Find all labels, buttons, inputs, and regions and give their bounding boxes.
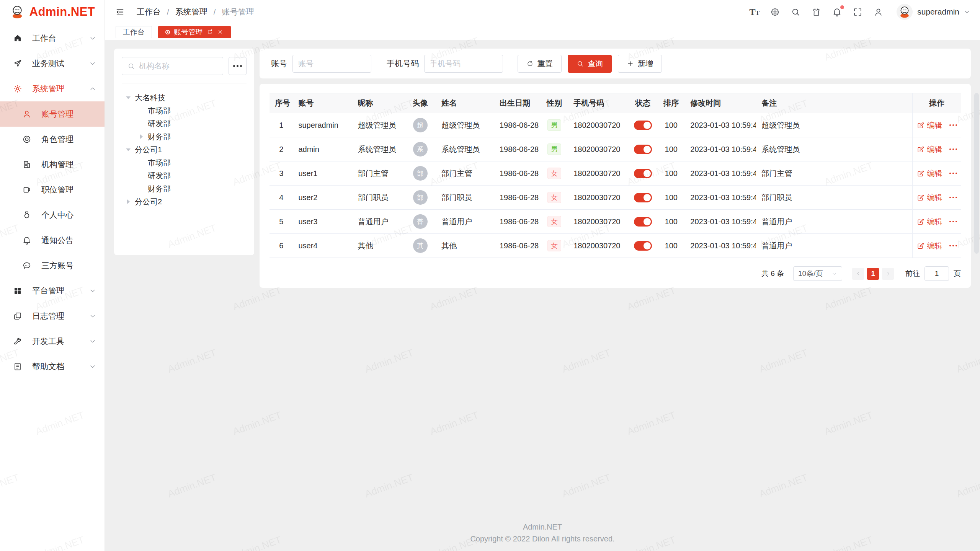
edit-button[interactable]: 编辑: [917, 144, 942, 155]
close-icon[interactable]: [217, 29, 224, 35]
edit-button[interactable]: 编辑: [917, 241, 942, 251]
tree-node[interactable]: 研发部: [122, 169, 247, 182]
reset-button[interactable]: 重置: [518, 55, 562, 73]
cell-sort: 100: [657, 137, 685, 161]
row-avatar: 超: [413, 118, 428, 132]
tree-node-label: 财务部: [148, 132, 171, 142]
sidebar-item-personal-center[interactable]: 个人中心: [0, 202, 105, 228]
sidebar-item-role-mgmt[interactable]: 角色管理: [0, 127, 105, 152]
sidebar-item-org-mgmt[interactable]: 机构管理: [0, 152, 105, 177]
tree-node[interactable]: 分公司2: [122, 195, 247, 208]
search-button[interactable]: 查询: [568, 55, 612, 73]
cell-index: 4: [270, 186, 293, 210]
cell-phone: 18020030720: [568, 234, 628, 258]
edit-button-label: 编辑: [927, 120, 942, 130]
tree-node[interactable]: 市场部: [122, 104, 247, 117]
sidebar-item-log-mgmt[interactable]: 日志管理: [0, 303, 105, 329]
cell-account: user2: [293, 186, 352, 210]
org-search-input[interactable]: [139, 62, 217, 70]
caret-spacer: [139, 121, 144, 126]
tree-node[interactable]: 财务部: [122, 130, 247, 143]
user-menu[interactable]: superadmin: [897, 4, 970, 20]
cell-avatar: 其: [404, 234, 436, 258]
edit-button[interactable]: 编辑: [917, 168, 942, 179]
cell-nickname: 超级管理员: [353, 113, 404, 137]
tab-account-mgmt[interactable]: 账号管理: [158, 26, 231, 38]
edit-button[interactable]: 编辑: [917, 217, 942, 227]
caret-down-icon[interactable]: [126, 147, 131, 152]
menu-collapse-icon[interactable]: [115, 7, 125, 17]
language-icon[interactable]: [770, 7, 780, 17]
org-search-input-wrap: [122, 57, 223, 75]
tree-node[interactable]: 研发部: [122, 117, 247, 130]
cell-modified: 2023-01-03 10:59:44: [685, 186, 756, 210]
fullscreen-icon[interactable]: [853, 7, 862, 17]
sidebar-item-workbench[interactable]: 工作台: [0, 26, 105, 51]
caret-right-icon[interactable]: [126, 199, 131, 204]
caret-right-icon[interactable]: [139, 134, 144, 139]
edit-icon: [917, 218, 924, 225]
prev-page-button[interactable]: [852, 268, 864, 280]
edit-button[interactable]: 编辑: [917, 120, 942, 130]
query-panel: 账号 手机号码 重置 查询 新增: [260, 49, 971, 78]
more-actions-icon[interactable]: [949, 124, 957, 126]
breadcrumb-item[interactable]: 账号管理: [222, 7, 254, 17]
tree-more-button[interactable]: [229, 57, 247, 75]
edit-button[interactable]: 编辑: [917, 192, 942, 203]
font-size-icon[interactable]: TT: [750, 7, 759, 17]
search-icon[interactable]: [791, 7, 800, 17]
status-toggle[interactable]: [634, 193, 652, 202]
sidebar-item-help-docs[interactable]: 帮助文档: [0, 354, 105, 379]
status-toggle[interactable]: [634, 217, 652, 227]
sidebar-item-third-party[interactable]: 三方账号: [0, 253, 105, 278]
goto-page-input[interactable]: [924, 266, 949, 281]
grid-icon: [13, 286, 22, 295]
tab-workbench[interactable]: 工作台: [116, 26, 152, 38]
tree-node[interactable]: 市场部: [122, 156, 247, 169]
more-actions-icon[interactable]: [949, 221, 957, 222]
tree-node[interactable]: 财务部: [122, 182, 247, 195]
page-size-select[interactable]: 10条/页: [793, 266, 842, 281]
user-profile-icon[interactable]: [874, 7, 883, 17]
scrollbar[interactable]: [974, 93, 979, 254]
sidebar-item-dev-tools[interactable]: 开发工具: [0, 329, 105, 354]
phone-input[interactable]: [424, 55, 503, 73]
status-toggle[interactable]: [634, 145, 652, 154]
cell-birth: 1986-06-28: [494, 210, 541, 234]
status-toggle[interactable]: [634, 169, 652, 178]
more-actions-icon[interactable]: [949, 197, 957, 198]
caret-down-icon[interactable]: [126, 95, 131, 100]
breadcrumb-item[interactable]: 工作台: [137, 7, 161, 17]
sidebar-item-account-mgmt[interactable]: 账号管理: [0, 101, 105, 127]
sidebar-item-business-test[interactable]: 业务测试: [0, 51, 105, 76]
more-actions-icon[interactable]: [949, 173, 957, 174]
more-actions-icon[interactable]: [949, 245, 957, 246]
theme-icon[interactable]: [812, 7, 821, 17]
current-page-button[interactable]: 1: [867, 268, 879, 280]
caret-spacer: [139, 160, 144, 165]
sidebar-item-platform-mgmt[interactable]: 平台管理: [0, 278, 105, 303]
accounts-table-panel: 序号账号昵称头像姓名出生日期性别手机号码状态排序修改时间备注操作 1supera…: [260, 84, 971, 288]
tree-node[interactable]: 分公司1: [122, 143, 247, 156]
add-button[interactable]: 新增: [618, 55, 662, 73]
row-actions: 编辑: [918, 168, 956, 179]
edit-button-label: 编辑: [927, 168, 942, 179]
next-page-button[interactable]: [882, 268, 894, 280]
tree-node[interactable]: 大名科技: [122, 91, 247, 104]
sidebar-item-position-mgmt[interactable]: 职位管理: [0, 177, 105, 202]
breadcrumb-item[interactable]: 系统管理: [175, 7, 207, 17]
refresh-icon[interactable]: [207, 29, 213, 35]
status-toggle[interactable]: [634, 241, 652, 251]
row-avatar: 系: [413, 142, 428, 156]
status-toggle[interactable]: [634, 121, 652, 130]
table-row: 5user3普通用户普普通用户1986-06-28女18020030720100…: [270, 210, 961, 234]
table-row: 6user4其他其其他1986-06-28女180200307201002023…: [270, 234, 961, 258]
notification-icon[interactable]: [832, 7, 842, 17]
more-actions-icon[interactable]: [949, 148, 957, 150]
cell-name: 系统管理员: [436, 137, 494, 161]
sidebar-item-system-mgmt[interactable]: 系统管理: [0, 76, 105, 101]
sidebar-item-notice[interactable]: 通知公告: [0, 228, 105, 253]
account-input[interactable]: [292, 55, 371, 73]
main-region: 工作台/系统管理/账号管理 TT superadmin 工作台账号管理: [105, 0, 980, 551]
sidebar-item-label: 三方账号: [41, 260, 96, 271]
